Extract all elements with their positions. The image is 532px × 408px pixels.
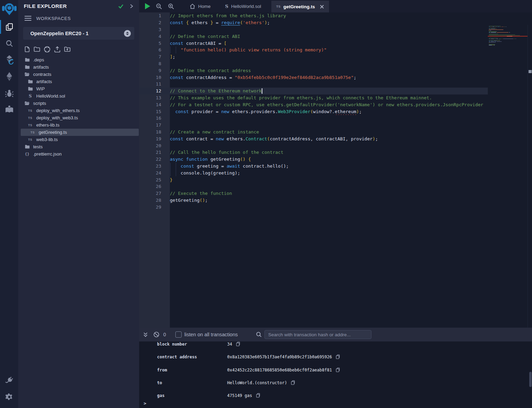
clear-console-icon[interactable]	[153, 328, 159, 341]
sidebar-item-solidity-compiler[interactable]	[0, 52, 18, 68]
code-line-3: 3	[139, 26, 488, 33]
code-line-13: 13// This example uses the default provi…	[139, 94, 488, 101]
overview-ruler[interactable]	[528, 25, 532, 328]
line-number: 21	[139, 150, 170, 155]
line-number: 22	[139, 157, 170, 162]
tab-helloworld-sol[interactable]: S HelloWorld.sol	[220, 0, 266, 12]
copy-icon[interactable]	[335, 354, 340, 359]
line-number: 26	[139, 184, 170, 189]
tab-getgreeting-ts[interactable]: TS getGreeting.ts	[271, 1, 329, 12]
gear-icon	[5, 393, 13, 401]
line-number: 5	[139, 41, 170, 46]
sidebar-item-debugger[interactable]	[0, 85, 18, 101]
terminal-scrollbar[interactable]	[529, 372, 532, 387]
file-explorer-icon	[5, 23, 13, 31]
run-script-button[interactable]	[145, 3, 150, 9]
line-number: 29	[139, 205, 170, 210]
field-value: 0x42452c22c88178685850e68beb6cf0f2aeab8f…	[227, 368, 332, 372]
listen-transactions-label[interactable]: listen on all transactions	[184, 328, 238, 341]
sol-icon: S	[27, 94, 33, 99]
tree-item-artifacts[interactable]: artifacts	[18, 63, 139, 71]
code-line-4: 4// Define the contract ABI	[139, 33, 488, 40]
tree-item-contracts[interactable]: contracts	[18, 71, 139, 78]
line-number: 20	[139, 143, 170, 148]
indent-guide	[170, 169, 171, 176]
sidebar-item-plugin-manager[interactable]	[0, 372, 18, 389]
activity-bar	[0, 0, 18, 408]
copy-icon[interactable]	[335, 367, 340, 372]
folder-icon	[27, 87, 33, 91]
line-number: 4	[139, 34, 170, 39]
code-line-21: 21// Call the hello function of the cont…	[139, 149, 488, 156]
github-clone-icon[interactable]	[43, 46, 51, 53]
new-folder-icon[interactable]	[33, 46, 40, 52]
sidebar-item-settings[interactable]	[0, 389, 18, 405]
tree-item--prettierrc-json[interactable]: {}.prettierrc.json	[18, 150, 139, 158]
line-number: 2	[139, 20, 170, 25]
code-area[interactable]: 1// Import ethers from the ethers.js lib…	[139, 12, 488, 210]
code-line-24: 24 console.log(greeting);	[139, 169, 488, 176]
tree-item--deps[interactable]: .deps	[18, 56, 139, 63]
line-number: 25	[139, 177, 170, 182]
tab-home[interactable]: Home	[185, 0, 215, 12]
zoom-in-icon[interactable]	[168, 3, 174, 10]
tree-item-artifacts[interactable]: artifacts	[18, 78, 139, 85]
tree-item-scripts[interactable]: scripts	[18, 100, 139, 107]
close-tab-icon[interactable]	[320, 4, 324, 9]
sidebar-item-search[interactable]	[0, 35, 18, 52]
tree-item-label: tests	[33, 144, 42, 149]
upload-file-icon[interactable]	[54, 46, 61, 53]
collapse-panel-chevron-icon[interactable]	[129, 3, 134, 9]
line-number: 28	[139, 198, 170, 203]
new-file-icon[interactable]	[24, 46, 30, 52]
workspace-name: OpenZeppelin ERC20 - 1	[30, 31, 124, 36]
tree-item-getgreeting-ts[interactable]: TSgetGreeting.ts	[21, 129, 139, 136]
minimap[interactable]	[488, 25, 528, 328]
tree-item-deploy-with-ethers-ts[interactable]: TSdeploy_with_ethers.ts	[18, 107, 139, 114]
sidebar-item-learneth[interactable]	[0, 101, 18, 118]
field-label: from	[157, 368, 227, 372]
terminal-toolbar: 0 listen on all transactions	[139, 328, 532, 341]
tree-item-wip[interactable]: WIP	[18, 85, 139, 92]
remix-logo[interactable]	[0, 0, 18, 19]
line-number: 7	[139, 54, 170, 59]
folder-open-icon	[24, 72, 30, 77]
tab-label: HelloWorld.sol	[231, 4, 261, 9]
solidity-file-icon: S	[225, 4, 228, 9]
line-number: 23	[139, 163, 170, 169]
indent-guide	[176, 163, 176, 170]
code-line-17: 17	[139, 122, 488, 129]
ts-icon: TS	[27, 109, 33, 112]
collapse-terminal-icon[interactable]	[143, 328, 148, 341]
tree-item-ethers-lib-ts[interactable]: TSethers-lib.ts	[18, 121, 139, 129]
transaction-count-badge: 0	[163, 328, 166, 341]
editor: Home S HelloWorld.sol TS getGreeting.ts …	[139, 0, 532, 328]
copy-icon[interactable]	[290, 380, 296, 385]
tree-item-helloworld-sol[interactable]: SHelloWorld.sol	[18, 92, 139, 100]
load-folder-icon[interactable]	[64, 46, 71, 52]
workspace-select[interactable]: OpenZeppelin ERC20 - 1	[23, 27, 134, 40]
line-number: 18	[139, 129, 170, 135]
tree-item-label: ethers-lib.ts	[36, 122, 59, 128]
code-line-1: 1// Import ethers from the ethers.js lib…	[139, 12, 488, 19]
terminal-prompt[interactable]: >	[144, 401, 146, 406]
sidebar-item-file-explorer[interactable]	[0, 19, 18, 35]
sidebar-item-deploy-and-run[interactable]	[0, 68, 18, 85]
tree-item-web3-lib-ts[interactable]: TSweb3-lib.ts	[18, 136, 139, 143]
zoom-out-icon[interactable]	[156, 3, 162, 10]
indent-guide	[170, 47, 171, 53]
scroll-position-marker	[529, 70, 532, 73]
tree-item-tests[interactable]: tests	[18, 143, 139, 150]
workspaces-menu-icon[interactable]	[25, 14, 31, 22]
code-line-29: 29	[139, 203, 488, 210]
copy-icon[interactable]	[255, 393, 261, 398]
line-number: 13	[139, 95, 170, 100]
remix-logo-icon	[1, 1, 17, 18]
listen-transactions-checkbox[interactable]	[175, 331, 182, 338]
copy-icon[interactable]	[235, 341, 241, 347]
terminal-search-input[interactable]	[264, 330, 371, 339]
field-label: to	[157, 380, 227, 385]
bug-icon	[5, 89, 14, 98]
tree-item-deploy-with-web3-ts[interactable]: TSdeploy_with_web3.ts	[18, 114, 139, 121]
panel-title: FILE EXPLORER	[24, 3, 118, 9]
